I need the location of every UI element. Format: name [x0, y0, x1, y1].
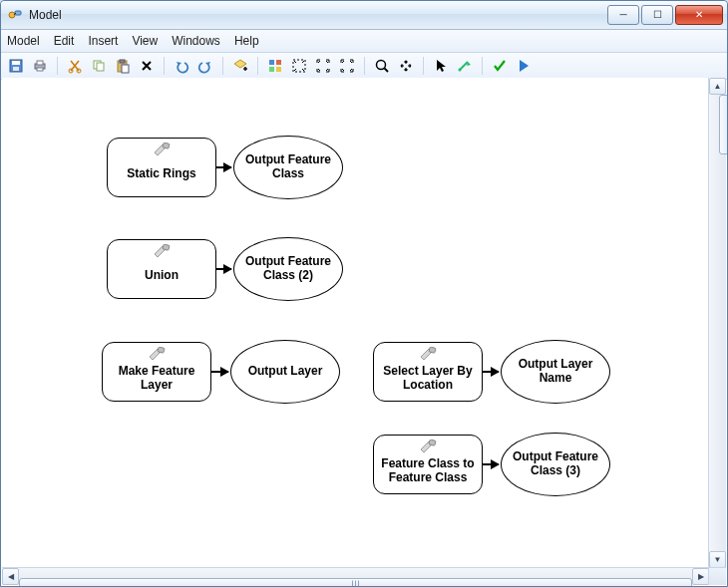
auto-layout-icon[interactable]: [266, 57, 284, 75]
cut-icon[interactable]: [66, 57, 84, 75]
connector-arrow[interactable]: [483, 463, 499, 465]
full-extent-icon[interactable]: [290, 57, 308, 75]
connector-arrow[interactable]: [211, 371, 228, 373]
svg-point-20: [377, 61, 386, 70]
save-icon[interactable]: [7, 57, 25, 75]
menu-edit[interactable]: Edit: [54, 34, 75, 48]
node-label: Make Feature Layer: [109, 365, 204, 393]
zoom-actual-icon[interactable]: [373, 57, 391, 75]
node-label: Output Layer: [248, 365, 323, 379]
hammer-icon: [419, 347, 437, 365]
svg-rect-15: [269, 60, 274, 65]
close-button[interactable]: ✕: [675, 5, 723, 25]
output-node[interactable]: Output Feature Class (2): [233, 237, 343, 301]
redo-icon[interactable]: [196, 57, 214, 75]
horizontal-scroll-thumb[interactable]: [19, 578, 692, 588]
paste-icon[interactable]: [114, 57, 132, 75]
svg-rect-22: [163, 143, 170, 148]
svg-rect-25: [429, 347, 436, 353]
svg-rect-14: [122, 65, 129, 73]
menu-view[interactable]: View: [132, 34, 158, 48]
undo-icon[interactable]: [173, 57, 190, 75]
output-node[interactable]: Output Feature Class: [233, 136, 343, 199]
menubar: Model Edit Insert View Windows Help: [1, 30, 727, 53]
tool-node[interactable]: Make Feature Layer: [102, 342, 211, 402]
hammer-icon: [419, 440, 437, 457]
zoom-out-icon[interactable]: [338, 57, 356, 75]
menu-model[interactable]: Model: [7, 34, 40, 48]
output-node[interactable]: Output Layer: [230, 340, 340, 404]
connector-arrow[interactable]: [483, 371, 499, 373]
scroll-right-icon[interactable]: ▶: [692, 568, 709, 585]
node-label: Output Feature Class (2): [244, 255, 332, 283]
workarea: Static RingsOutput Feature ClassUnionOut…: [2, 78, 726, 585]
select-icon[interactable]: [432, 57, 450, 75]
node-label: Output Feature Class: [244, 153, 332, 181]
scroll-up-icon[interactable]: ▲: [709, 78, 726, 95]
connector-arrow[interactable]: [216, 268, 231, 270]
node-label: Output Layer Name: [512, 358, 599, 386]
titlebar: Model ─ ☐ ✕: [1, 1, 727, 30]
svg-rect-17: [269, 67, 274, 72]
scroll-corner: [708, 567, 726, 585]
menu-insert[interactable]: Insert: [88, 34, 118, 48]
svg-rect-23: [163, 244, 170, 250]
validate-icon[interactable]: [491, 57, 509, 75]
svg-rect-3: [12, 61, 20, 65]
svg-rect-26: [429, 440, 436, 445]
hammer-icon: [153, 143, 171, 160]
svg-rect-18: [276, 67, 281, 72]
model-canvas[interactable]: Static RingsOutput Feature ClassUnionOut…: [2, 78, 709, 568]
output-node[interactable]: Output Layer Name: [501, 340, 610, 404]
tool-node[interactable]: Static Rings: [107, 138, 216, 197]
minimize-button[interactable]: ─: [607, 5, 639, 25]
zoom-in-icon[interactable]: [314, 57, 332, 75]
node-label: Feature Class to Feature Class: [380, 457, 476, 485]
toolbar: [1, 53, 727, 80]
tool-node[interactable]: Feature Class to Feature Class: [373, 435, 483, 494]
svg-rect-11: [97, 63, 104, 71]
tool-node[interactable]: Select Layer By Location: [373, 342, 483, 402]
scroll-down-icon[interactable]: ▼: [709, 551, 726, 568]
window-title: Model: [29, 8, 605, 22]
svg-rect-24: [158, 347, 165, 353]
svg-rect-13: [120, 60, 125, 63]
svg-point-21: [459, 69, 462, 72]
run-icon[interactable]: [515, 57, 533, 75]
hammer-icon: [148, 347, 166, 365]
scroll-left-icon[interactable]: ◀: [2, 568, 19, 585]
menu-windows[interactable]: Windows: [172, 34, 220, 48]
app-icon: [7, 7, 23, 23]
vertical-scroll-thumb[interactable]: [719, 95, 729, 154]
pan-icon[interactable]: [397, 57, 415, 75]
horizontal-scrollbar[interactable]: ◀ ▶: [2, 567, 709, 585]
print-icon[interactable]: [31, 57, 49, 75]
node-label: Select Layer By Location: [380, 365, 476, 393]
app-window: Model ─ ☐ ✕ Model Edit Insert View Windo…: [0, 0, 728, 587]
add-data-icon[interactable]: [231, 57, 249, 75]
hammer-icon: [153, 244, 171, 262]
node-label: Output Feature Class (3): [512, 450, 599, 478]
connect-icon[interactable]: [456, 57, 474, 75]
svg-rect-4: [13, 67, 19, 71]
copy-icon[interactable]: [90, 57, 108, 75]
node-label: Static Rings: [127, 167, 195, 181]
delete-icon[interactable]: [138, 57, 156, 75]
svg-rect-6: [37, 61, 43, 65]
connector-arrow[interactable]: [216, 166, 231, 168]
tool-node[interactable]: Union: [107, 239, 216, 299]
svg-rect-16: [276, 60, 281, 65]
node-label: Union: [145, 269, 179, 283]
output-node[interactable]: Output Feature Class (3): [501, 433, 610, 496]
maximize-button[interactable]: ☐: [641, 5, 673, 25]
vertical-scrollbar[interactable]: ▲ ▼: [708, 78, 726, 568]
svg-rect-7: [37, 68, 43, 71]
menu-help[interactable]: Help: [234, 34, 259, 48]
